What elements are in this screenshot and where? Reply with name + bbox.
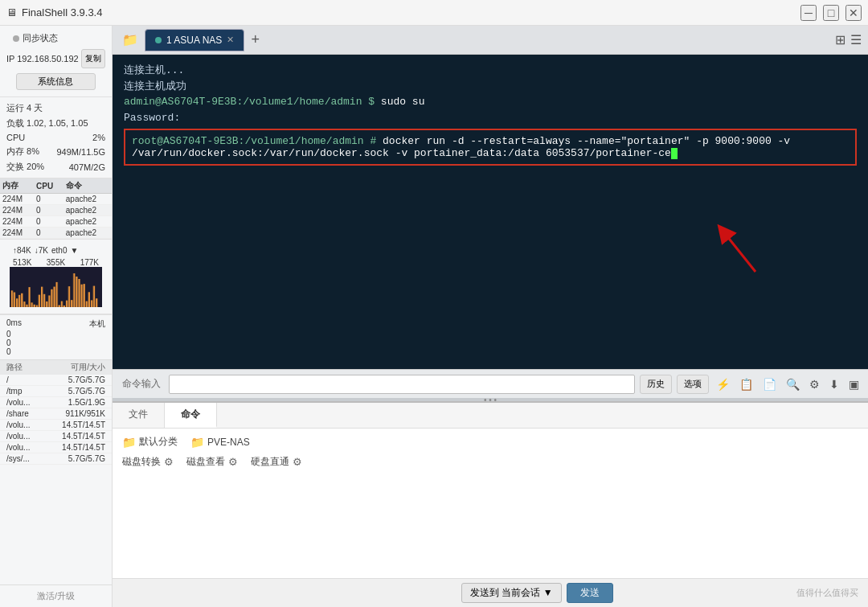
- folder-default[interactable]: 📁 默认分类: [122, 435, 178, 449]
- latency-section: 0ms 本机 000: [0, 314, 112, 359]
- send-button[interactable]: 发送: [567, 583, 613, 603]
- folder-pvenas-icon: 📁: [190, 436, 204, 449]
- mem-label: 内存 8%: [6, 146, 39, 158]
- folder-row: 📁 默认分类 📁 PVE-NAS: [122, 435, 858, 449]
- latency-label: 0ms: [6, 318, 22, 330]
- tab-file[interactable]: 文件: [113, 403, 165, 428]
- grid-view-button[interactable]: ⊞: [835, 32, 845, 47]
- list-item: /tmp5.7G/5.7G: [0, 386, 112, 397]
- footer-logo: 值得什么值得买: [796, 587, 858, 599]
- cursor: [671, 148, 678, 159]
- tab-close-icon[interactable]: ✕: [227, 35, 234, 45]
- swap-label: 交换 20%: [6, 161, 44, 173]
- term-line-1: 连接主机...: [124, 63, 857, 79]
- uptime-label: 运行 4 天: [6, 102, 43, 114]
- send-to-button[interactable]: 发送到 当前会话 ▼: [461, 583, 562, 603]
- filesystem-list: /5.7G/5.7G/tmp5.7G/5.7G/volu...1.5G/1.9G…: [0, 375, 112, 584]
- sync-dot: [13, 35, 19, 42]
- maximize-button[interactable]: □: [823, 5, 839, 21]
- bottom-tabs: 文件 命令: [113, 403, 868, 429]
- tool-disk-direct[interactable]: 硬盘直通 ⚙: [251, 455, 302, 469]
- gear-icon-1: ⚙: [164, 456, 174, 468]
- select-button[interactable]: 选项: [677, 375, 709, 394]
- proc-header-cmd: 命令: [63, 178, 112, 194]
- tab-label: 1 ASUA NAS: [166, 35, 222, 46]
- close-button[interactable]: ✕: [845, 5, 862, 21]
- cpu-label: CPU: [6, 133, 25, 142]
- tools-row: 磁盘转换 ⚙ 磁盘查看 ⚙ 硬盘直通 ⚙: [122, 455, 858, 469]
- process-table: 内存 CPU 命令 224M0apache2224M0apache2224M0a…: [0, 178, 112, 239]
- search-icon-button[interactable]: 🔍: [784, 376, 802, 392]
- svg-line-1: [723, 232, 755, 272]
- copy-ip-button[interactable]: 复制: [81, 49, 105, 68]
- tool-convert-label: 磁盘转换: [122, 455, 161, 469]
- list-item: /volu...1.5G/1.9G: [0, 397, 112, 408]
- tab-command[interactable]: 命令: [165, 403, 217, 428]
- gear-icon-3: ⚙: [293, 456, 302, 468]
- activate-button[interactable]: 激活/升级: [0, 584, 112, 607]
- folder-default-label: 默认分类: [139, 435, 178, 449]
- history-button[interactable]: 历史: [640, 375, 672, 394]
- title-bar: 🖥 FinalShell 3.9.3.4 ─ □ ✕: [0, 0, 868, 26]
- proc-header-cpu: CPU: [34, 178, 63, 194]
- net-upload: ↑84K: [13, 246, 31, 255]
- latency-host: 本机: [89, 318, 105, 330]
- list-item: /sys/...5.7G/5.7G: [0, 453, 112, 465]
- terminal[interactable]: 连接主机... 连接主机成功 admin@AS6704T-9E3B:/volum…: [113, 55, 868, 369]
- list-item: /volu...14.5T/14.5T: [0, 420, 112, 431]
- footer: 发送到 当前会话 ▼ 发送 值得什么值得买: [113, 578, 868, 607]
- tab-asua-nas[interactable]: 1 ASUA NAS ✕: [145, 29, 244, 51]
- expand-icon-button[interactable]: ▣: [846, 376, 862, 392]
- latency-rows: 000: [6, 330, 105, 356]
- tool-disk-view[interactable]: 磁盘查看 ⚙: [186, 455, 238, 469]
- tab-bar: 📁 1 ASUA NAS ✕ + ⊞ ☰: [113, 26, 868, 55]
- clipboard-icon-button[interactable]: 📋: [737, 376, 755, 392]
- cmd-input-label: 命令输入: [119, 377, 164, 391]
- add-tab-button[interactable]: +: [248, 31, 263, 48]
- folder-pve-nas[interactable]: 📁 PVE-NAS: [190, 435, 250, 449]
- command-bar: 命令输入 历史 选项 ⚡ 📋 📄 🔍 ⚙ ⬇ ▣: [113, 369, 868, 398]
- net-val2: 355K: [47, 258, 65, 267]
- tab-status-dot: [155, 37, 162, 43]
- system-info-button[interactable]: 系统信息: [16, 73, 95, 90]
- lightning-icon-button[interactable]: ⚡: [714, 376, 732, 392]
- settings-icon-button[interactable]: ⚙: [807, 376, 822, 392]
- bottom-content: 📁 默认分类 📁 PVE-NAS 磁盘转换 ⚙ 磁盘查看 ⚙: [113, 429, 868, 578]
- network-chart: [10, 267, 102, 307]
- net-val1: 513K: [13, 258, 31, 267]
- sync-label: 同步状态: [23, 32, 58, 44]
- footer-send-area: 发送到 当前会话 ▼ 发送: [278, 583, 796, 603]
- folder-pvenas-label: PVE-NAS: [207, 437, 250, 448]
- net-dropdown-icon[interactable]: ▼: [71, 246, 79, 255]
- net-val3: 177K: [80, 258, 99, 267]
- list-item: /volu...14.5T/14.5T: [0, 431, 112, 442]
- folder-button[interactable]: 📁: [119, 29, 141, 51]
- net-download: ↓7K: [35, 246, 48, 255]
- term-highlighted-block: root@AS6704T-9E3B:/volume1/home/admin # …: [124, 129, 857, 166]
- folder-default-icon: 📁: [122, 436, 136, 449]
- term-line-4: Password:: [124, 110, 857, 126]
- list-item: /volu...14.5T/14.5T: [0, 442, 112, 453]
- cpu-value: 2%: [92, 133, 105, 142]
- app-title: FinalShell 3.9.3.4: [22, 6, 102, 18]
- list-view-button[interactable]: ☰: [850, 32, 862, 47]
- cmd-input[interactable]: [169, 375, 635, 394]
- send-dropdown-icon: ▼: [543, 587, 553, 598]
- proc-header-mem: 内存: [0, 178, 34, 194]
- red-arrow: [707, 215, 772, 280]
- send-to-label: 发送到 当前会话: [470, 587, 540, 598]
- table-row: 224M0apache2: [0, 194, 112, 205]
- doc-icon-button[interactable]: 📄: [760, 376, 779, 392]
- table-row: 224M0apache2: [0, 228, 112, 239]
- fs-header: 路径 可用/大小: [0, 359, 112, 375]
- minimize-button[interactable]: ─: [800, 5, 817, 21]
- term-line-2: 连接主机成功: [124, 79, 857, 95]
- load-label: 负载 1.02, 1.05, 1.05: [6, 117, 88, 129]
- bottom-panel: 文件 命令 📁 默认分类 📁 PVE-NAS 磁盘转换: [113, 401, 868, 578]
- tool-disk-convert[interactable]: 磁盘转换 ⚙: [122, 455, 174, 469]
- swap-value: 407M/2G: [69, 162, 105, 172]
- download-icon-button[interactable]: ⬇: [827, 376, 841, 392]
- mem-value: 949M/11.5G: [56, 147, 105, 157]
- term-line-3: admin@AS6704T-9E3B:/volume1/home/admin $…: [124, 94, 857, 110]
- table-row: 224M0apache2: [0, 205, 112, 216]
